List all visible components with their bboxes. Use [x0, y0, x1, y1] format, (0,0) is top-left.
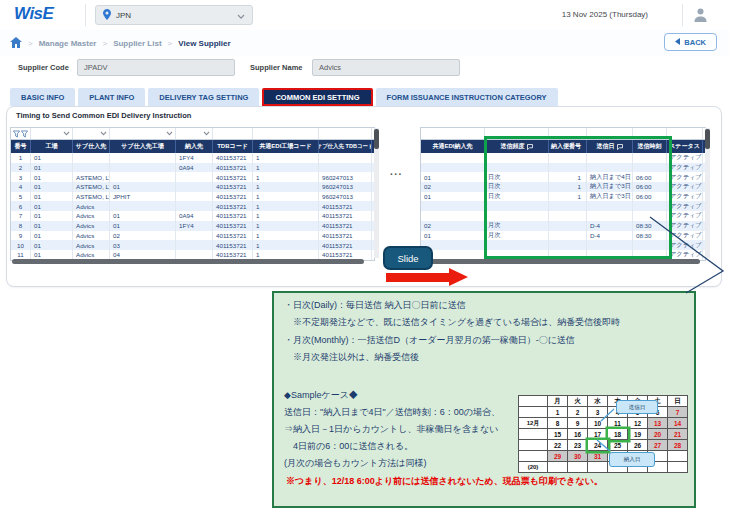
table-cell: 1	[253, 172, 319, 182]
table-cell	[421, 201, 485, 211]
table-gap-ellipsis: ...	[390, 166, 403, 177]
warning-text: ※つまり、12/18 6:00より前には送信されないため、現品票も印刷できない。	[286, 475, 603, 488]
calendar-row: 1234567	[519, 407, 688, 418]
delivery-instruction-table-left: 番号 工場 サブ仕入先 サブ仕入先工場 納入先 TDBコード 共通EDI工場コー…	[10, 127, 375, 261]
filter-icons-cell[interactable]	[11, 128, 31, 139]
tab-basic-info[interactable]: BASIC INFO	[10, 88, 75, 106]
back-button[interactable]: BACK	[664, 33, 717, 51]
table-row[interactable]: 801Advics011FY44011537211401153721	[11, 221, 374, 231]
supplier-code-field[interactable]: JPADV	[77, 59, 235, 76]
table-row[interactable]: 701Advics010A944011537211401153721	[11, 211, 374, 221]
table-cell: 401153721	[213, 182, 253, 192]
location-selector[interactable]: JPN	[95, 5, 253, 25]
filter-cell[interactable]	[253, 128, 319, 139]
vertical-scrollbar[interactable]	[374, 128, 379, 258]
table-cell: 8	[11, 221, 31, 231]
table-cell: JPHIT	[110, 192, 176, 202]
horizontal-scrollbar[interactable]	[12, 259, 364, 264]
table-cell: 01	[110, 182, 176, 192]
table-cell	[110, 172, 176, 182]
table-row[interactable]: 601Advics4011537211401153721	[11, 201, 374, 211]
calendar: 月火水木金土日123456712月89101112131415161718192…	[518, 395, 688, 473]
table-cell: 03	[110, 240, 176, 250]
table-cell: 1	[253, 201, 319, 211]
filter-cell[interactable]	[319, 128, 372, 139]
table-cell: アクティブ	[667, 231, 703, 241]
calendar-day-cell	[588, 462, 608, 473]
tab-form-issuance-instruction-category[interactable]: FORM ISSUANCE INSTRUCTION CATEGORY	[376, 88, 558, 106]
supplier-name-field[interactable]: Advics	[312, 59, 460, 76]
calendar-day-cell: 27	[648, 440, 668, 451]
filter-cell[interactable]	[421, 128, 485, 139]
calendar-day-cell: 20	[648, 429, 668, 440]
table-cell: 01	[421, 172, 485, 182]
column-header[interactable]: 納入先	[176, 140, 213, 153]
table-cell	[176, 231, 213, 241]
table-cell: 401153721	[319, 201, 372, 211]
calendar-weekday-header: 水	[588, 396, 608, 407]
column-header[interactable]: サブ仕入先工場	[110, 140, 176, 153]
column-header[interactable]: サブ仕入先	[73, 140, 110, 153]
column-header[interactable]: 共通EDI納入先	[421, 140, 485, 153]
table-cell	[176, 192, 213, 202]
calendar-day-cell: 14	[668, 418, 688, 429]
table-cell: 6	[11, 201, 31, 211]
table-row[interactable]: 1001Advics034011537211401153721	[11, 240, 374, 250]
table-header-row: 番号 工場 サブ仕入先 サブ仕入先工場 納入先 TDBコード 共通EDI工場コー…	[11, 140, 374, 153]
table-cell: アクティブ	[667, 153, 703, 163]
chevron-down-icon[interactable]	[237, 6, 245, 24]
calendar-day-cell: 10	[588, 418, 608, 429]
app-logo: WisE	[14, 4, 53, 24]
filter-dropdown-sub-supplier-plant[interactable]	[110, 128, 176, 139]
column-header[interactable]: 共通EDI工場コード	[253, 140, 319, 153]
table-row[interactable]: 2010A944011537211	[11, 163, 374, 173]
table-row[interactable]: 1011FY44011537211	[11, 153, 374, 163]
horizontal-scrollbar[interactable]	[422, 259, 700, 264]
table-cell: 01	[31, 192, 73, 202]
table-cell	[110, 163, 176, 173]
column-header[interactable]: サブ仕入先 TDBコード	[319, 140, 372, 153]
column-header[interactable]: ステータス	[667, 140, 703, 153]
table-row[interactable]: 401ASTEMO, LTD.014011537211960247013	[11, 182, 374, 192]
table-cell: アクティブ	[667, 172, 703, 182]
calendar-row: 22232425262728	[519, 440, 688, 451]
red-arrow-head	[449, 268, 468, 286]
calendar-row: 293031	[519, 451, 688, 462]
filter-dropdown-sub-supplier[interactable]	[73, 128, 110, 139]
filter-dropdown-plant[interactable]	[31, 128, 73, 139]
filter-cell[interactable]	[667, 128, 703, 139]
slide-button[interactable]: Slide	[383, 246, 433, 270]
calendar-day-cell: 19	[628, 429, 648, 440]
table-cell: 2	[11, 163, 31, 173]
tab-delivery-tag-setting[interactable]: DELIVERY TAG SETTING	[148, 88, 259, 106]
filter-clear-icon	[21, 130, 28, 138]
table-row[interactable]: 901Advics024011537211401153721	[11, 231, 374, 241]
table-cell: 1	[253, 231, 319, 241]
vertical-scrollbar[interactable]	[705, 128, 710, 258]
column-header[interactable]: 工場	[31, 140, 73, 153]
table-row[interactable]: 301ASTEMO, LTD.4011537211960247013	[11, 172, 374, 182]
breadcrumb-item-supplier-list[interactable]: Supplier List	[113, 39, 161, 48]
calendar-row: (20)	[519, 462, 688, 473]
table-cell: Advics	[73, 221, 110, 231]
note-line: ・月次(Monthly)：一括送信D（オーダー月翌月の第一稼働日）-〇に送信	[284, 334, 575, 347]
filter-cell[interactable]	[213, 128, 253, 139]
calendar-day-cell: 7	[668, 407, 688, 418]
table-cell: 01	[31, 163, 73, 173]
breadcrumb-item-manage-master[interactable]: Manage Master	[39, 39, 97, 48]
table-cell: 1	[253, 240, 319, 250]
home-icon[interactable]	[10, 34, 22, 52]
table-cell	[176, 172, 213, 182]
tab-plant-info[interactable]: PLANT INFO	[78, 88, 145, 106]
chevron-down-icon	[166, 131, 173, 136]
tab-common-edi-setting[interactable]: COMMON EDI SETTING	[262, 88, 372, 106]
table-cell: ASTEMO, LTD.	[73, 172, 110, 182]
column-header[interactable]: TDBコード	[213, 140, 253, 153]
current-date: 13 Nov 2025 (Thursday)	[562, 10, 648, 19]
calendar-day-cell: 13	[648, 418, 668, 429]
column-header[interactable]: 番号	[11, 140, 31, 153]
filter-dropdown-destination[interactable]	[176, 128, 213, 139]
callout-send-date: 送信日	[616, 400, 658, 414]
user-icon[interactable]	[693, 7, 708, 27]
table-row[interactable]: 501ASTEMO, LTD.JPHIT4011537211960247013	[11, 192, 374, 202]
